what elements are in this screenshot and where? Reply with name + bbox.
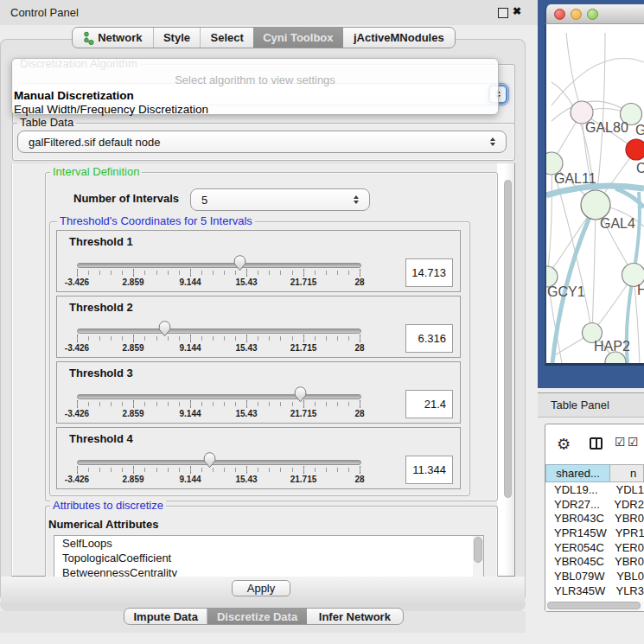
- algorithm-dropdown-popup: Select algorithm to view settings Manual…: [11, 58, 499, 115]
- slider-minor-ticks: [77, 402, 360, 406]
- tick-label: 2.859: [107, 475, 159, 484]
- column-header-name[interactable]: n: [610, 464, 644, 482]
- tick-label: 15.43: [220, 277, 272, 287]
- tick-label: 2.859: [107, 277, 159, 287]
- attribute-item[interactable]: TopologicalCoefficient: [54, 551, 483, 565]
- apply-button[interactable]: Apply: [232, 580, 290, 596]
- table-row[interactable]: YLR345WYLR3: [545, 584, 644, 599]
- tick-label: -3.426: [51, 409, 103, 418]
- tab-discretize-data[interactable]: Discretize Data: [207, 609, 306, 624]
- tab-select[interactable]: Select: [201, 28, 253, 48]
- tab-cyni-toolbox[interactable]: Cyni Toolbox: [253, 28, 343, 48]
- node-label-gal11: GAL11: [554, 171, 596, 186]
- table-select-none-icon[interactable]: ☑: [628, 435, 639, 449]
- tick-label: 15.43: [220, 343, 272, 353]
- control-panel-tabs: Network Style Select Cyni Toolbox jActiv…: [72, 27, 456, 48]
- number-of-intervals-combobox[interactable]: 5: [190, 188, 370, 211]
- float-panel-icon[interactable]: [498, 8, 508, 18]
- threshold-4-slider-track[interactable]: [77, 460, 361, 465]
- close-window-icon[interactable]: [554, 9, 565, 20]
- algorithm-option-manual[interactable]: Manual Discretization: [14, 89, 134, 102]
- network-canvas[interactable]: GAL80 GA CY GAL11 GAL4 GCY1 H HAP2: [546, 24, 644, 363]
- tick-label: 28: [334, 475, 386, 484]
- threshold-3-slider-thumb[interactable]: [294, 386, 307, 403]
- tick-label: 28: [334, 343, 386, 353]
- tick-label: 21.715: [277, 277, 329, 287]
- tick-label: 2.859: [107, 343, 159, 353]
- control-panel-titlebar: [0, 0, 538, 25]
- tick-label: 15.43: [220, 409, 272, 418]
- threshold-2-value-input[interactable]: 6.316: [405, 324, 453, 353]
- tick-label: 28: [334, 277, 386, 287]
- threshold-1-value-input[interactable]: 14.713: [405, 258, 453, 287]
- zoom-window-icon[interactable]: [587, 9, 598, 20]
- table-row[interactable]: YDL19...YDL1: [545, 483, 644, 498]
- table-row[interactable]: YPR145WYPR1: [545, 526, 644, 541]
- tick-label: -3.426: [51, 475, 103, 484]
- network-tab-icon: [83, 31, 94, 45]
- table-row[interactable]: YBR043CYBR0: [545, 512, 644, 526]
- algorithm-option-equal-width[interactable]: Equal Width/Frequency Discretization: [14, 103, 208, 116]
- table-select-all-icon[interactable]: ☑: [615, 435, 626, 449]
- tick-label: 15.43: [220, 475, 272, 484]
- screen: Control Panel ✖ Network Style Select Cyn…: [0, 0, 644, 644]
- numerical-attributes-list[interactable]: SelfLoops TopologicalCoefficient Between…: [54, 535, 484, 577]
- algorithm-placeholder-item[interactable]: Select algorithm to view settings: [12, 73, 498, 86]
- tab-style[interactable]: Style: [154, 28, 201, 48]
- tab-jactivemnodules[interactable]: jActiveMNodules: [343, 28, 455, 48]
- tick-label: 21.715: [277, 409, 329, 418]
- table-panel-title: Table Panel: [551, 399, 609, 411]
- settings-scrollbar-thumb[interactable]: [504, 180, 512, 498]
- threshold-1-slider-track[interactable]: [77, 263, 361, 268]
- table-columns-icon[interactable]: [590, 437, 603, 450]
- interval-definition-title: Interval Definition: [50, 166, 142, 178]
- attribute-item[interactable]: BetweennessCentrality: [54, 565, 483, 577]
- tab-impute-data[interactable]: Impute Data: [124, 609, 207, 624]
- threshold-2-label: Threshold 2: [69, 301, 133, 314]
- node-gal4[interactable]: [581, 190, 610, 220]
- attributes-scrollbar-thumb[interactable]: [474, 537, 482, 563]
- threshold-2-panel: Threshold 2 -3.426 2.859 9.144 15.43 21.…: [56, 296, 461, 358]
- number-of-intervals-label: Number of Intervals: [73, 192, 179, 205]
- node-label-gcy1: GCY1: [547, 284, 585, 299]
- tab-infer-network[interactable]: Infer Network: [307, 609, 403, 624]
- minimize-window-icon[interactable]: [571, 9, 582, 20]
- table-row[interactable]: YDR27...YDR2: [545, 498, 644, 513]
- table-row[interactable]: YBL079WYBL0: [545, 570, 644, 584]
- threshold-3-value-input[interactable]: 21.4: [405, 390, 453, 418]
- table-data-value: galFiltered.sif default node: [29, 136, 160, 149]
- table-row[interactable]: YBR045CYBR0: [545, 555, 644, 570]
- node-selected-red[interactable]: [626, 139, 644, 160]
- tick-label: 2.859: [107, 409, 159, 418]
- tab-network[interactable]: Network: [73, 28, 154, 48]
- threshold-4-slider-thumb[interactable]: [203, 452, 216, 469]
- table-row[interactable]: YER054CYER0: [545, 541, 644, 556]
- node-label-hap2: HAP2: [594, 339, 630, 354]
- node-label-gal80: GAL80: [585, 120, 628, 135]
- threshold-1-slider-thumb[interactable]: [233, 255, 246, 271]
- node-label-ga: GA: [635, 123, 644, 137]
- node-label-h: H: [637, 283, 644, 297]
- tick-label: 9.144: [164, 343, 216, 353]
- close-panel-icon[interactable]: ✖: [513, 5, 521, 17]
- threshold-2-slider-track[interactable]: [77, 328, 361, 334]
- threshold-1-label: Threshold 1: [69, 235, 133, 248]
- threshold-1-panel: Threshold 1 -3.426 2.859 9.144 15.43 21.…: [56, 230, 461, 292]
- attribute-item[interactable]: SelfLoops: [54, 536, 483, 551]
- threshold-4-value-input[interactable]: 11.344: [405, 456, 453, 484]
- thresholds-group-title: Threshold's Coordinates for 5 Intervals: [57, 215, 255, 227]
- tick-label: -3.426: [51, 343, 103, 353]
- column-header-shared-name[interactable]: shared...: [545, 464, 610, 482]
- slider-minor-ticks: [77, 271, 360, 275]
- table-hscrollbar-thumb[interactable]: [547, 602, 641, 609]
- tick-label: 28: [334, 409, 386, 418]
- node-label-c: CY: [636, 161, 644, 175]
- threshold-2-slider-thumb[interactable]: [158, 321, 171, 337]
- threshold-3-slider-track[interactable]: [77, 394, 361, 399]
- table-settings-gear-icon[interactable]: ⚙: [557, 435, 571, 454]
- table-data-combobox[interactable]: galFiltered.sif default node: [17, 131, 507, 153]
- tick-label: 21.715: [277, 343, 329, 353]
- threshold-3-panel: Threshold 3 -3.426 2.859 9.144 15.43 21.…: [56, 361, 461, 424]
- threshold-4-label: Threshold 4: [69, 432, 133, 445]
- tick-label: 9.144: [164, 475, 216, 484]
